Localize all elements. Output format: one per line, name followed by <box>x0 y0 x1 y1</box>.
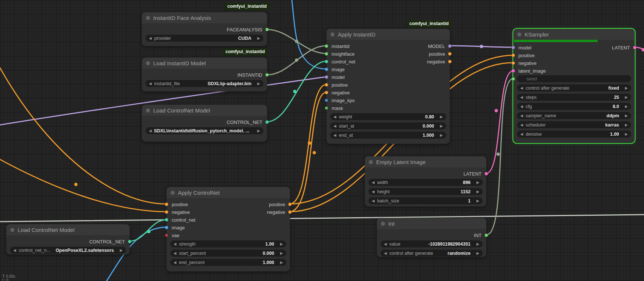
port-dot[interactable] <box>325 75 328 79</box>
input-port-vae[interactable]: vae <box>167 231 290 239</box>
output-port-LATENT[interactable]: LATENT <box>365 170 486 177</box>
increment-arrow-icon[interactable]: ▶ <box>280 242 283 246</box>
decrement-arrow-icon[interactable]: ◀ <box>520 96 523 99</box>
port-dot[interactable] <box>511 77 515 81</box>
collapse-dot-icon[interactable] <box>330 32 335 37</box>
collapse-dot-icon[interactable] <box>369 160 373 164</box>
node-title-bar[interactable]: Apply InstantID <box>326 29 450 40</box>
input-port-mask[interactable]: mask <box>326 104 450 112</box>
widget-width[interactable]: ◀width896▶ <box>368 179 483 186</box>
node-apply-instantid[interactable]: Apply InstantID instantidinsightfacecont… <box>326 29 450 144</box>
increment-arrow-icon[interactable]: ▶ <box>625 123 628 127</box>
port-dot[interactable] <box>288 210 292 214</box>
port-dot[interactable] <box>484 233 488 237</box>
widget-scheduler[interactable]: ◀schedulerkarras▶ <box>517 121 631 128</box>
widget-denoise[interactable]: ◀denoise1.00▶ <box>517 131 631 138</box>
port-dot[interactable] <box>325 83 328 87</box>
port-dot[interactable] <box>448 44 452 48</box>
port-dot[interactable] <box>511 69 515 73</box>
input-port-control_net[interactable]: control_net <box>167 216 290 223</box>
increment-arrow-icon[interactable]: ▶ <box>440 115 443 119</box>
decrement-arrow-icon[interactable]: ◀ <box>174 261 176 264</box>
decrement-arrow-icon[interactable]: ◀ <box>372 181 375 184</box>
node-empty-latent-image[interactable]: Empty Latent Image LATENT◀width896▶◀heig… <box>365 156 486 207</box>
widget-end-at[interactable]: ◀end_at1.000▶ <box>330 132 446 139</box>
node-load-instantid-model[interactable]: Load InstantID Model INSTANTID◀instantid… <box>142 58 267 91</box>
port-ring-dot[interactable] <box>165 233 168 237</box>
decrement-arrow-icon[interactable]: ◀ <box>384 251 387 255</box>
widget-height[interactable]: ◀height1152▶ <box>368 188 483 195</box>
decrement-arrow-icon[interactable]: ◀ <box>333 133 336 137</box>
increment-arrow-icon[interactable]: ▶ <box>440 124 443 128</box>
node-title-bar[interactable]: Int <box>377 218 486 229</box>
input-port-image[interactable]: image <box>167 223 290 231</box>
increment-arrow-icon[interactable]: ▶ <box>440 133 443 137</box>
port-dot[interactable] <box>448 60 452 63</box>
increment-arrow-icon[interactable]: ▶ <box>257 82 260 86</box>
collapse-dot-icon[interactable] <box>171 191 175 195</box>
port-dot[interactable] <box>511 61 515 65</box>
increment-arrow-icon[interactable]: ▶ <box>476 181 479 184</box>
output-port-positive[interactable]: positive <box>326 50 450 58</box>
node-title-bar[interactable]: Load ControlNet Model <box>6 224 130 235</box>
decrement-arrow-icon[interactable]: ◀ <box>174 242 176 246</box>
port-dot[interactable] <box>265 73 269 77</box>
port-dot[interactable] <box>165 218 168 222</box>
input-port-negative[interactable]: negative <box>513 59 635 67</box>
decrement-arrow-icon[interactable]: ◀ <box>372 199 375 203</box>
output-port-FACEANALYSIS[interactable]: FACEANALYSIS <box>142 25 267 33</box>
widget-control-after-generate[interactable]: ◀control after generatefixed▶ <box>517 84 631 91</box>
increment-arrow-icon[interactable]: ▶ <box>625 105 628 108</box>
widget-cfg[interactable]: ◀cfg8.0▶ <box>517 103 631 110</box>
increment-arrow-icon[interactable]: ▶ <box>476 251 479 255</box>
increment-arrow-icon[interactable]: ▶ <box>280 251 283 255</box>
decrement-arrow-icon[interactable]: ◀ <box>13 249 16 252</box>
decrement-arrow-icon[interactable]: ◀ <box>520 123 523 127</box>
node-title-bar[interactable]: Load ControlNet Model <box>142 105 267 116</box>
port-ring-dot[interactable] <box>325 106 328 110</box>
input-port-image_kps[interactable]: image_kps <box>326 96 450 104</box>
output-port-CONTROL_NET[interactable]: CONTROL_NET <box>142 118 267 126</box>
widget-value[interactable]: ◀SDXL\instantid\diffusion_pytorch_model.… <box>146 127 263 134</box>
input-port-latent_image[interactable]: latent_image <box>513 67 635 74</box>
widget-control-after-generate[interactable]: ◀control after generaterandomize▶ <box>381 250 483 257</box>
port-dot[interactable] <box>325 67 328 71</box>
node-ksampler[interactable]: KSampler modelpositivenegativelatent_ima… <box>513 29 635 143</box>
decrement-arrow-icon[interactable]: ◀ <box>174 251 176 255</box>
increment-arrow-icon[interactable]: ▶ <box>625 96 628 99</box>
port-dot[interactable] <box>265 28 269 31</box>
node-title-bar[interactable]: InstantID Face Analysis <box>142 12 267 23</box>
collapse-dot-icon[interactable] <box>381 222 385 226</box>
node-title-bar[interactable]: Load InstantID Model <box>142 58 267 69</box>
increment-arrow-icon[interactable]: ▶ <box>257 37 260 40</box>
collapse-dot-icon[interactable] <box>146 16 150 20</box>
node-load-controlnet-model[interactable]: Load ControlNet Model CONTROL_NET◀SDXL\i… <box>142 105 267 142</box>
port-dot[interactable] <box>484 172 488 176</box>
widget-end-percent[interactable]: ◀end_percent1.000▶ <box>170 259 286 266</box>
node-title-bar[interactable]: Empty Latent Image <box>365 156 486 167</box>
increment-arrow-icon[interactable]: ▶ <box>120 249 123 252</box>
input-port-model[interactable]: model <box>326 73 450 81</box>
widget-seed[interactable]: seed <box>517 75 631 82</box>
node-load-controlnet-model-openpose[interactable]: Load ControlNet Model CONTROL_NET◀contro… <box>6 224 130 254</box>
widget-sampler-name[interactable]: ◀sampler_nameddpm▶ <box>517 112 631 119</box>
increment-arrow-icon[interactable]: ▶ <box>476 190 479 194</box>
increment-arrow-icon[interactable]: ▶ <box>625 114 628 118</box>
output-port-negative[interactable]: negative <box>167 208 290 216</box>
output-port-CONTROL_NET[interactable]: CONTROL_NET <box>6 237 130 245</box>
widget-value[interactable]: ◀value-1028911982904351▶ <box>381 240 483 247</box>
decrement-arrow-icon[interactable]: ◀ <box>520 105 523 108</box>
decrement-arrow-icon[interactable]: ◀ <box>149 37 152 40</box>
decrement-arrow-icon[interactable]: ◀ <box>520 114 523 118</box>
increment-arrow-icon[interactable]: ▶ <box>280 261 283 264</box>
widget-provider[interactable]: ◀providerCUDA▶ <box>146 35 263 42</box>
widget-start-percent[interactable]: ◀start_percent0.000▶ <box>170 250 286 257</box>
decrement-arrow-icon[interactable]: ◀ <box>333 124 336 128</box>
port-dot[interactable] <box>325 91 328 94</box>
output-port-negative[interactable]: negative <box>326 58 450 65</box>
port-dot[interactable] <box>448 52 452 56</box>
input-port-positive[interactable]: positive <box>513 51 635 59</box>
output-port-positive[interactable]: positive <box>167 200 290 208</box>
node-title-bar[interactable]: KSampler <box>513 29 635 40</box>
widget-instantid-file[interactable]: ◀instantid_fileSDXL\ip-adapter.bin▶ <box>146 80 263 87</box>
